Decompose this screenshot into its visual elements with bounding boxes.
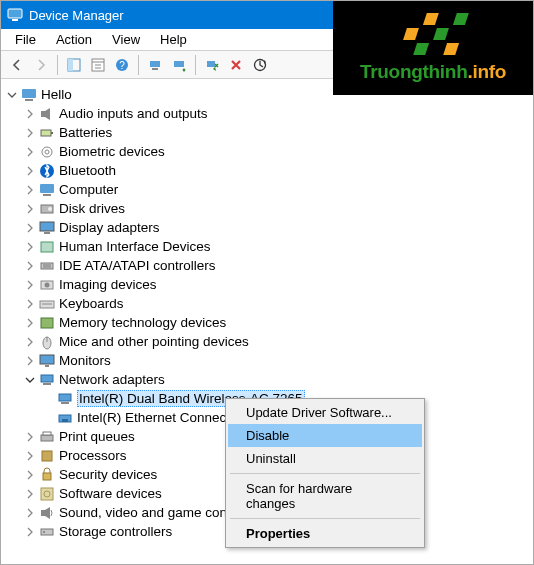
chevron-right-icon[interactable] [23,506,37,520]
svg-rect-3 [68,59,73,71]
uninstall-button[interactable] [224,54,248,76]
svg-rect-13 [207,61,215,67]
svg-point-20 [42,147,52,157]
chevron-right-icon[interactable] [23,316,37,330]
back-button[interactable] [5,54,29,76]
scan-hardware-button[interactable] [143,54,167,76]
tree-category[interactable]: Batteries [5,123,533,142]
tree-category-label: Storage controllers [59,524,172,539]
context-separator [230,518,420,519]
tree-category-label: Batteries [59,125,112,140]
properties-button[interactable] [86,54,110,76]
chevron-right-icon[interactable] [23,354,37,368]
svg-rect-18 [41,130,51,136]
chevron-right-icon[interactable] [23,487,37,501]
svg-rect-47 [62,419,68,422]
svg-point-56 [43,531,45,533]
toolbar-separator [195,55,196,75]
window-title: Device Manager [29,8,124,23]
forward-button[interactable] [29,54,53,76]
help-button[interactable]: ? [110,54,134,76]
chevron-right-icon[interactable] [23,259,37,273]
tree-category[interactable]: Bluetooth [5,161,533,180]
tree-category-label: Display adapters [59,220,160,235]
tree-category[interactable]: Biometric devices [5,142,533,161]
menu-view[interactable]: View [102,30,150,49]
tree-category-label: Network adapters [59,372,165,387]
update-driver-button[interactable] [167,54,191,76]
menu-action[interactable]: Action [46,30,102,49]
tree-category-label: Processors [59,448,127,463]
tree-category[interactable]: Network adapters [5,370,533,389]
svg-rect-28 [44,232,50,234]
svg-rect-49 [43,432,51,435]
context-menu: Update Driver Software... Disable Uninst… [225,398,425,548]
tree-category[interactable]: Keyboards [5,294,533,313]
tree-category[interactable]: Display adapters [5,218,533,237]
chevron-right-icon[interactable] [23,202,37,216]
svg-rect-51 [43,473,51,480]
chevron-right-icon[interactable] [23,240,37,254]
tree-category-label: Memory technology devices [59,315,226,330]
tree-category-label: Biometric devices [59,144,165,159]
context-scan-hardware[interactable]: Scan for hardware changes [228,477,422,515]
computer-icon [21,87,37,103]
chevron-right-icon[interactable] [23,107,37,121]
chevron-right-icon[interactable] [23,145,37,159]
device-category-icon [39,334,55,350]
context-update-driver[interactable]: Update Driver Software... [228,401,422,424]
network-adapter-icon [57,391,73,407]
tree-category[interactable]: Human Interface Devices [5,237,533,256]
chevron-right-icon[interactable] [23,278,37,292]
network-adapter-icon [57,410,73,426]
svg-point-34 [45,282,50,287]
tree-category[interactable]: Disk drives [5,199,533,218]
chevron-down-icon[interactable] [23,373,37,387]
svg-rect-54 [41,510,45,516]
chevron-right-icon[interactable] [23,221,37,235]
svg-rect-48 [41,435,53,441]
svg-rect-30 [41,263,53,269]
device-category-icon [39,505,55,521]
chevron-right-icon[interactable] [23,449,37,463]
tree-category[interactable]: Imaging devices [5,275,533,294]
svg-rect-52 [41,488,53,500]
chevron-right-icon[interactable] [23,126,37,140]
context-uninstall[interactable]: Uninstall [228,447,422,470]
tree-category-label: Keyboards [59,296,124,311]
device-category-icon [39,296,55,312]
chevron-right-icon[interactable] [23,164,37,178]
chevron-down-icon[interactable] [5,88,19,102]
chevron-right-icon[interactable] [23,183,37,197]
context-properties[interactable]: Properties [228,522,422,545]
svg-rect-24 [43,194,51,196]
tree-category-label: Human Interface Devices [59,239,211,254]
device-category-icon [39,467,55,483]
enable-button[interactable] [200,54,224,76]
tree-category-label: Bluetooth [59,163,116,178]
chevron-right-icon[interactable] [23,335,37,349]
menu-file[interactable]: File [5,30,46,49]
menu-help[interactable]: Help [150,30,197,49]
tree-category[interactable]: IDE ATA/ATAPI controllers [5,256,533,275]
chevron-right-icon[interactable] [23,468,37,482]
svg-rect-43 [43,383,51,385]
tree-category-label: Imaging devices [59,277,157,292]
svg-rect-23 [40,184,54,193]
tree-category[interactable]: Mice and other pointing devices [5,332,533,351]
tree-category-label: Disk drives [59,201,125,216]
tree-category[interactable]: Computer [5,180,533,199]
svg-rect-10 [150,61,160,67]
chevron-right-icon[interactable] [23,297,37,311]
chevron-right-icon[interactable] [23,430,37,444]
tree-category[interactable]: Audio inputs and outputs [5,104,533,123]
svg-rect-44 [59,394,71,401]
chevron-right-icon[interactable] [23,525,37,539]
context-disable[interactable]: Disable [228,424,422,447]
scan-changes-button[interactable] [248,54,272,76]
tree-category[interactable]: Monitors [5,351,533,370]
show-hide-tree-button[interactable] [62,54,86,76]
tree-category[interactable]: Memory technology devices [5,313,533,332]
tree-root-label: Hello [41,87,72,102]
tree-category-label: Mice and other pointing devices [59,334,249,349]
